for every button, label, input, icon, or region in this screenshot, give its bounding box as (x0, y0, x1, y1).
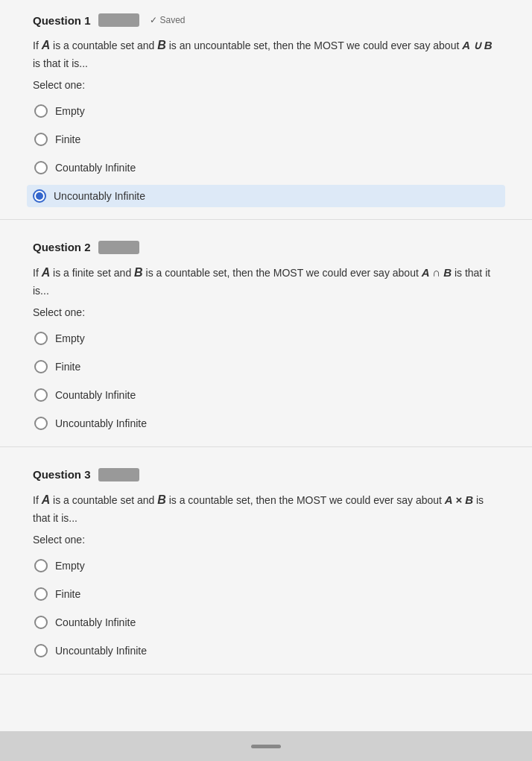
question-3-text: If A is a countable set and B is a count… (33, 490, 499, 526)
bottom-indicator (251, 745, 281, 748)
q2-option-uncountably[interactable]: Uncountably Infinite (33, 414, 499, 433)
q2-radio-uncountably[interactable] (34, 417, 48, 430)
q3-label-uncountably: Uncountably Infinite (55, 645, 147, 657)
question-1-select-label: Select one: (33, 79, 499, 91)
q2-option-countably[interactable]: Countably Infinite (33, 385, 499, 405)
q2-label-empty: Empty (55, 332, 85, 344)
q1-option-finite[interactable]: Finite (33, 130, 499, 149)
math-AintB: A ∩ B (422, 266, 452, 279)
saved-text: Saved (160, 15, 186, 25)
q1-label-empty: Empty (55, 105, 85, 117)
q3-radio-empty[interactable] (34, 559, 48, 572)
q2-label-countably: Countably Infinite (55, 389, 136, 401)
q1-option-countably[interactable]: Countably Infinite (33, 158, 499, 177)
q3-label-empty: Empty (55, 560, 85, 572)
q3-label-finite: Finite (55, 588, 80, 600)
q1-radio-countably[interactable] (34, 161, 48, 174)
math-B3: B (157, 493, 166, 506)
question-1-block: Question 1 ✓ Saved If A is a countable s… (0, 0, 532, 220)
q1-radio-uncountably[interactable] (33, 189, 46, 203)
question-2-title: Question 2 (33, 241, 91, 253)
q2-label-uncountably: Uncountably Infinite (55, 417, 147, 429)
math-A: A (42, 39, 51, 51)
q3-option-finite[interactable]: Finite (33, 584, 499, 604)
q2-label-finite: Finite (55, 361, 80, 373)
question-1-header: Question 1 ✓ Saved (33, 13, 499, 27)
math-AUB: A ∪ B (462, 39, 492, 51)
q2-radio-countably[interactable] (34, 388, 48, 402)
bottom-bar (0, 731, 532, 761)
q1-label-finite: Finite (55, 133, 80, 145)
question-1-options: Empty Finite Countably Infinite Uncounta… (33, 101, 499, 206)
q2-option-empty[interactable]: Empty (33, 329, 499, 348)
question-1-title: Question 1 (33, 14, 91, 27)
math-A3: A (42, 493, 51, 506)
q1-radio-finite[interactable] (34, 133, 48, 146)
question-2-header: Question 2 (33, 241, 499, 254)
question-3-title: Question 3 (33, 468, 91, 481)
question-1-badge (98, 13, 139, 27)
q1-option-uncountably[interactable]: Uncountably Infinite (27, 185, 505, 207)
saved-check-icon: ✓ (150, 15, 157, 25)
q1-radio-empty[interactable] (34, 104, 48, 118)
q3-radio-countably[interactable] (34, 616, 48, 629)
question-3-header: Question 3 (33, 468, 499, 481)
q3-option-countably[interactable]: Countably Infinite (33, 613, 499, 632)
question-3-options: Empty Finite Countably Infinite Uncounta… (33, 556, 499, 660)
math-A2: A (42, 266, 51, 279)
math-AxB: A × B (445, 493, 473, 506)
math-B2: B (134, 266, 143, 279)
saved-label: ✓ Saved (150, 15, 186, 25)
question-3-block: Question 3 If A is a countable set and B… (0, 455, 532, 675)
q3-option-uncountably[interactable]: Uncountably Infinite (33, 641, 499, 660)
q2-option-finite[interactable]: Finite (33, 357, 499, 376)
question-2-block: Question 2 If A is a finite set and B is… (0, 227, 532, 447)
q1-label-countably: Countably Infinite (55, 162, 136, 174)
q1-option-empty[interactable]: Empty (33, 101, 499, 121)
question-2-options: Empty Finite Countably Infinite Uncounta… (33, 329, 499, 433)
q2-radio-empty[interactable] (34, 332, 48, 345)
math-B: B (157, 39, 166, 51)
q1-radio-inner-uncountably (36, 192, 43, 200)
q3-radio-uncountably[interactable] (34, 644, 48, 657)
question-2-select-label: Select one: (33, 306, 499, 318)
question-2-text: If A is a finite set and B is a countabl… (33, 263, 499, 299)
question-1-text: If A is a countable set and B is an unco… (33, 36, 499, 72)
q3-label-countably: Countably Infinite (55, 616, 136, 628)
page-container: Question 1 ✓ Saved If A is a countable s… (0, 0, 532, 761)
question-3-select-label: Select one: (33, 534, 499, 546)
q2-radio-finite[interactable] (34, 360, 48, 373)
q3-option-empty[interactable]: Empty (33, 556, 499, 575)
q3-radio-finite[interactable] (34, 587, 48, 601)
q1-label-uncountably: Uncountably Infinite (54, 190, 145, 202)
question-3-badge (98, 468, 139, 481)
question-2-badge (98, 241, 139, 254)
